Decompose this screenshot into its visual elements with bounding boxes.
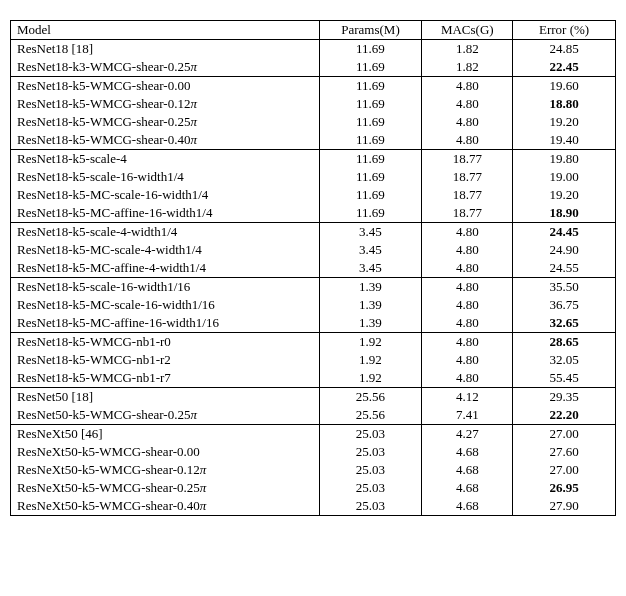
table-row: ResNet18-k5-WMCG-shear-0.25π11.694.8019.… [11,113,616,131]
error-cell: 19.40 [513,131,616,150]
macs-cell: 4.80 [422,95,513,113]
table-row: ResNet18-k5-WMCG-shear-0.0011.694.8019.6… [11,77,616,96]
error-cell: 26.95 [513,479,616,497]
error-cell: 19.00 [513,168,616,186]
macs-cell: 4.80 [422,314,513,333]
params-cell: 11.69 [319,40,422,59]
error-cell: 19.80 [513,150,616,169]
error-cell: 19.60 [513,77,616,96]
macs-cell: 4.80 [422,278,513,297]
params-cell: 3.45 [319,241,422,259]
model-cell: ResNet50-k5-WMCG-shear-0.25π [11,406,320,425]
results-table: ModelParams(M)MACs(G)Error (%)ResNet18 [… [10,20,616,516]
table-row: ResNet50-k5-WMCG-shear-0.25π25.567.4122.… [11,406,616,425]
model-cell: ResNet18-k5-WMCG-nb1-r0 [11,333,320,352]
error-cell: 24.55 [513,259,616,278]
model-cell: ResNet50 [18] [11,388,320,407]
error-cell: 32.65 [513,314,616,333]
macs-cell: 4.12 [422,388,513,407]
table-row: ResNet18-k5-WMCG-nb1-r01.924.8028.65 [11,333,616,352]
model-cell: ResNet18-k5-scale-16-width1/16 [11,278,320,297]
error-cell: 22.45 [513,58,616,77]
macs-cell: 4.68 [422,479,513,497]
model-cell: ResNet18-k5-scale-4 [11,150,320,169]
error-cell: 19.20 [513,113,616,131]
column-header: Params(M) [319,21,422,40]
params-cell: 1.92 [319,351,422,369]
macs-cell: 4.68 [422,497,513,516]
model-cell: ResNeXt50-k5-WMCG-shear-0.12π [11,461,320,479]
params-cell: 1.39 [319,278,422,297]
error-cell: 24.90 [513,241,616,259]
params-cell: 25.03 [319,425,422,444]
error-cell: 29.35 [513,388,616,407]
model-cell: ResNet18-k5-WMCG-nb1-r2 [11,351,320,369]
macs-cell: 4.80 [422,77,513,96]
model-cell: ResNeXt50-k5-WMCG-shear-0.00 [11,443,320,461]
params-cell: 25.03 [319,443,422,461]
error-cell: 35.50 [513,278,616,297]
table-row: ResNet18-k5-WMCG-shear-0.12π11.694.8018.… [11,95,616,113]
table-header-row: ModelParams(M)MACs(G)Error (%) [11,21,616,40]
table-row: ResNeXt50-k5-WMCG-shear-0.0025.034.6827.… [11,443,616,461]
params-cell: 25.56 [319,406,422,425]
macs-cell: 18.77 [422,168,513,186]
error-cell: 27.00 [513,461,616,479]
model-cell: ResNet18-k5-MC-affine-16-width1/4 [11,204,320,223]
table-row: ResNet18-k5-scale-16-width1/411.6918.771… [11,168,616,186]
macs-cell: 4.27 [422,425,513,444]
params-cell: 11.69 [319,186,422,204]
macs-cell: 4.80 [422,131,513,150]
params-cell: 11.69 [319,168,422,186]
error-cell: 27.90 [513,497,616,516]
model-cell: ResNeXt50 [46] [11,425,320,444]
error-cell: 27.00 [513,425,616,444]
macs-cell: 7.41 [422,406,513,425]
macs-cell: 18.77 [422,186,513,204]
error-cell: 55.45 [513,369,616,388]
model-cell: ResNet18-k5-WMCG-shear-0.40π [11,131,320,150]
params-cell: 25.03 [319,479,422,497]
model-cell: ResNet18-k5-WMCG-shear-0.25π [11,113,320,131]
params-cell: 11.69 [319,131,422,150]
table-row: ResNet18-k5-scale-4-width1/43.454.8024.4… [11,223,616,242]
macs-cell: 4.80 [422,223,513,242]
params-cell: 11.69 [319,150,422,169]
table-row: ResNet18-k5-MC-affine-4-width1/43.454.80… [11,259,616,278]
column-header: Model [11,21,320,40]
params-cell: 1.92 [319,333,422,352]
params-cell: 25.56 [319,388,422,407]
params-cell: 1.39 [319,296,422,314]
table-row: ResNet18-k5-WMCG-shear-0.40π11.694.8019.… [11,131,616,150]
macs-cell: 4.80 [422,241,513,259]
table-row: ResNet18-k5-WMCG-nb1-r71.924.8055.45 [11,369,616,388]
params-cell: 3.45 [319,223,422,242]
params-cell: 11.69 [319,113,422,131]
macs-cell: 4.80 [422,351,513,369]
params-cell: 11.69 [319,77,422,96]
macs-cell: 4.80 [422,259,513,278]
macs-cell: 4.80 [422,333,513,352]
macs-cell: 4.80 [422,296,513,314]
error-cell: 18.80 [513,95,616,113]
table-row: ResNet18-k5-MC-scale-16-width1/161.394.8… [11,296,616,314]
model-cell: ResNet18-k5-MC-affine-16-width1/16 [11,314,320,333]
error-cell: 18.90 [513,204,616,223]
table-body: ModelParams(M)MACs(G)Error (%)ResNet18 [… [11,21,616,516]
macs-cell: 4.80 [422,113,513,131]
table-row: ResNet18-k5-WMCG-nb1-r21.924.8032.05 [11,351,616,369]
params-cell: 25.03 [319,497,422,516]
error-cell: 27.60 [513,443,616,461]
model-cell: ResNet18-k5-scale-16-width1/4 [11,168,320,186]
table-row: ResNet18-k5-MC-affine-16-width1/161.394.… [11,314,616,333]
macs-cell: 18.77 [422,150,513,169]
model-cell: ResNet18-k3-WMCG-shear-0.25π [11,58,320,77]
error-cell: 36.75 [513,296,616,314]
column-header: Error (%) [513,21,616,40]
model-cell: ResNet18-k5-WMCG-shear-0.12π [11,95,320,113]
model-cell: ResNet18-k5-MC-affine-4-width1/4 [11,259,320,278]
params-cell: 25.03 [319,461,422,479]
column-header: MACs(G) [422,21,513,40]
table-row: ResNeXt50-k5-WMCG-shear-0.12π25.034.6827… [11,461,616,479]
table-row: ResNet18-k5-MC-scale-4-width1/43.454.802… [11,241,616,259]
